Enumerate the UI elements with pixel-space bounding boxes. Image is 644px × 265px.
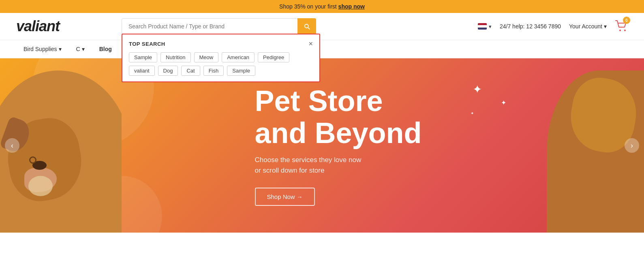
- help-text: 24/7 help: 12 3456 7890: [500, 23, 561, 30]
- top-search-header: TOP SEARCH ×: [129, 40, 313, 47]
- nav-blog-label: Blog: [99, 46, 112, 52]
- nav-c-label: C: [76, 46, 80, 52]
- nav-bird-supplies-label: Bird Supplies: [24, 46, 57, 52]
- search-tag[interactable]: Sample: [227, 66, 255, 76]
- search-tags-container: SampleNutritionMeowAmericanPedigreevalia…: [129, 52, 313, 76]
- top-search-close-button[interactable]: ×: [308, 40, 313, 47]
- language-selector[interactable]: ▾: [478, 23, 492, 30]
- logo[interactable]: valiant: [16, 18, 89, 35]
- search-tag[interactable]: valiant: [129, 66, 155, 76]
- search-tag[interactable]: Dog: [158, 66, 178, 76]
- flag-icon: [478, 23, 487, 30]
- header: valiant TOP SEARCH × SampleNutritionMeow…: [0, 13, 644, 40]
- hero-title-line2: and Beyond: [255, 117, 421, 149]
- cart-button[interactable]: 0: [615, 19, 628, 34]
- search-tag[interactable]: American: [222, 52, 255, 62]
- hero-title-line1: Pet Store: [255, 85, 383, 117]
- hero-content: Pet Store and Beyond Choose the services…: [222, 85, 421, 206]
- search-button[interactable]: [297, 18, 316, 34]
- nav-item-bird-supplies[interactable]: Bird Supplies ▾: [16, 40, 69, 58]
- search-tag[interactable]: Meow: [194, 52, 219, 62]
- account-link[interactable]: Your Account ▾: [569, 23, 607, 30]
- svg-point-1: [624, 30, 626, 31]
- chevron-down-icon: ▾: [489, 24, 492, 30]
- hero-subtitle-line2: or scroll down for store: [255, 167, 324, 174]
- sparkle-icon-1: ✦: [473, 83, 482, 96]
- search-tag[interactable]: Pedigree: [258, 52, 289, 62]
- hero-subtitle-line1: Choose the services they love now: [255, 156, 361, 164]
- top-search-dropdown: TOP SEARCH × SampleNutritionMeowAmerican…: [122, 34, 320, 82]
- hero-next-button[interactable]: ›: [625, 138, 639, 153]
- sparkle-icon-3: ✦: [471, 111, 474, 115]
- nav-c-chevron: ▾: [82, 46, 85, 52]
- nav-item-blog[interactable]: Blog: [92, 40, 119, 58]
- sparkle-icon-2: ✦: [501, 99, 506, 107]
- hero-shop-now-button[interactable]: Shop Now →: [255, 188, 315, 206]
- search-input[interactable]: [122, 18, 316, 34]
- banner-text: Shop 35% on your first: [279, 3, 338, 10]
- search-tag[interactable]: Sample: [129, 52, 157, 62]
- header-right: ▾ 24/7 help: 12 3456 7890 Your Account ▾…: [478, 19, 628, 34]
- top-search-title: TOP SEARCH: [129, 41, 165, 47]
- search-icon: [303, 23, 310, 30]
- search-tag[interactable]: Cat: [181, 66, 200, 76]
- top-banner: Shop 35% on your first shop now: [0, 0, 644, 13]
- hero-title: Pet Store and Beyond: [255, 85, 421, 149]
- banner-link[interactable]: shop now: [338, 3, 365, 10]
- nav-item-c[interactable]: C ▾: [69, 40, 92, 58]
- search-tag[interactable]: Fish: [203, 66, 224, 76]
- hero-section: Pet Store and Beyond Choose the services…: [0, 58, 644, 233]
- account-chevron-icon: ▾: [604, 23, 607, 30]
- hero-btn-text: Shop Now →: [267, 193, 302, 200]
- svg-point-0: [619, 30, 621, 31]
- hero-subtitle: Choose the services they love now or scr…: [255, 155, 421, 175]
- account-text: Your Account: [569, 23, 602, 30]
- dog-eye-left: [29, 156, 36, 164]
- navigation: Bird Supplies ▾ C ▾ Blog Contact: [0, 40, 644, 58]
- nav-bird-supplies-chevron: ▾: [59, 46, 62, 52]
- hero-prev-button[interactable]: ‹: [5, 138, 19, 153]
- search-tag[interactable]: Nutrition: [160, 52, 190, 62]
- dog-patch-left: [28, 176, 53, 196]
- search-wrapper: TOP SEARCH × SampleNutritionMeowAmerican…: [122, 18, 316, 34]
- cart-badge: 0: [623, 17, 630, 24]
